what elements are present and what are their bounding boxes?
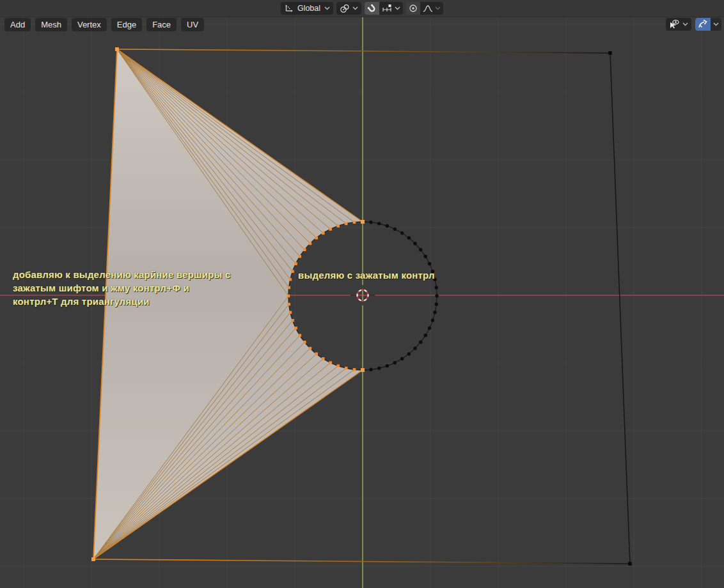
- menu-face[interactable]: Face: [146, 18, 177, 31]
- snap-group: [365, 2, 403, 15]
- menu-uv[interactable]: UV: [181, 18, 204, 31]
- orientation-label: Global: [296, 4, 322, 13]
- chevron-down-icon: [435, 6, 441, 10]
- snap-magnet-icon: [367, 4, 377, 13]
- menu-vertex[interactable]: Vertex: [72, 18, 107, 31]
- bottom-edge: [93, 559, 630, 564]
- annotation-right: выделяю с зажатым контрл: [298, 268, 435, 282]
- circle-right-arc-unselected: [363, 222, 437, 370]
- chevron-down-icon: [713, 22, 719, 26]
- viewport-header: Global: [0, 0, 724, 17]
- annotation-left: добавляю к выделению карйние верширы с з…: [13, 268, 230, 308]
- top-edge: [117, 49, 610, 53]
- orientation-axes-icon: [284, 4, 294, 13]
- menu-mesh[interactable]: Mesh: [35, 18, 67, 31]
- transform-orientation-dropdown[interactable]: Global: [281, 2, 333, 15]
- show-gizmo-icon: [669, 19, 680, 29]
- proportional-editing-icon: [409, 4, 418, 13]
- menu-add[interactable]: Add: [4, 18, 31, 31]
- chevron-down-icon: [352, 6, 358, 10]
- show-gizmo-dropdown[interactable]: [666, 18, 691, 31]
- header-toolbar: Global: [281, 2, 443, 15]
- right-edge: [610, 53, 630, 564]
- proportional-editing-toggle[interactable]: [406, 2, 420, 15]
- snap-increment-icon: [382, 4, 393, 13]
- pivot-point-icon: [340, 4, 350, 13]
- blender-edit-mode-viewport[interactable]: Global: [0, 0, 724, 588]
- snap-toggle-button[interactable]: [365, 2, 379, 15]
- proportional-editing-group: [406, 2, 443, 15]
- edit-mode-menus: Add Mesh Vertex Edge Face UV: [4, 18, 204, 31]
- viewport-display-widgets: [666, 18, 721, 31]
- menu-edge[interactable]: Edge: [111, 18, 142, 31]
- falloff-curve-icon: [423, 4, 433, 13]
- chevron-down-icon: [395, 6, 400, 10]
- pivot-point-dropdown[interactable]: [336, 2, 361, 15]
- show-overlays-toggle[interactable]: [695, 18, 711, 31]
- 3d-cursor: [350, 285, 375, 306]
- chevron-down-icon: [324, 6, 330, 10]
- show-overlays-icon: [698, 19, 708, 29]
- chevron-down-icon: [682, 22, 688, 26]
- show-overlays-dropdown[interactable]: [711, 18, 721, 31]
- proportional-falloff-dropdown[interactable]: [420, 2, 443, 15]
- snap-mode-dropdown[interactable]: [379, 2, 403, 15]
- show-overlays-group: [695, 18, 721, 31]
